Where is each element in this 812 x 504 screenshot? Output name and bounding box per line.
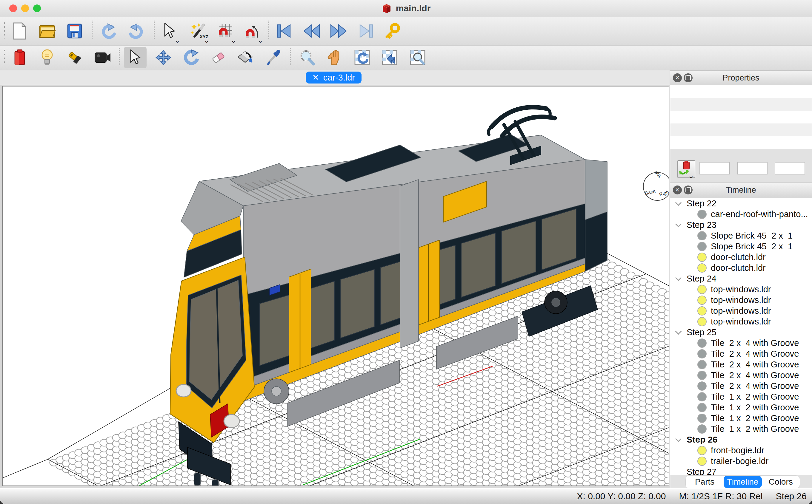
- timeline-part-label: Slope Brick 45 2 x 1: [711, 231, 793, 241]
- part-color-dot: [697, 371, 707, 380]
- timeline-part-row[interactable]: Slope Brick 45 2 x 1: [670, 230, 812, 241]
- timeline-step-label: Step 24: [687, 274, 717, 284]
- tool-zoom-button[interactable]: [296, 47, 319, 68]
- timeline-part-row[interactable]: Tile 2 x 4 with Groove: [670, 338, 812, 348]
- toolbar-drag-handle[interactable]: [4, 49, 5, 65]
- dropdown-chevron-icon: ⌄: [174, 37, 180, 43]
- chevron-down-icon[interactable]: [675, 199, 682, 205]
- part-color-dot: [697, 296, 707, 305]
- insert-spotlight-button[interactable]: [63, 47, 86, 68]
- timeline-part-label: top-windows.ldr: [711, 317, 771, 327]
- insert-piece-button[interactable]: [8, 47, 31, 68]
- dropdown-chevron-icon: ⌄: [688, 173, 694, 179]
- open-document-button[interactable]: [36, 19, 58, 43]
- timeline-step-row[interactable]: Step 23: [670, 219, 812, 230]
- snap-z-input[interactable]: [775, 162, 805, 174]
- toolbar-drag-handle[interactable]: [4, 21, 5, 38]
- timeline-part-row[interactable]: Tile 2 x 4 with Groove: [670, 381, 812, 391]
- next-step-button[interactable]: [327, 19, 350, 43]
- timeline-step-row[interactable]: Step 25: [670, 327, 812, 338]
- tool-zoom-region-button[interactable]: [406, 47, 429, 68]
- tool-paint-button[interactable]: [234, 47, 257, 68]
- save-document-button[interactable]: [63, 19, 86, 43]
- tool-pan-button[interactable]: [323, 47, 346, 68]
- chevron-down-icon[interactable]: [675, 328, 682, 334]
- undo-button[interactable]: [97, 19, 120, 43]
- part-color-dot: [697, 253, 707, 262]
- chevron-down-icon[interactable]: [675, 274, 682, 281]
- snap-y-input[interactable]: [737, 162, 768, 174]
- timeline-part-label: door-clutch.ldr: [711, 263, 766, 273]
- viewport-canvas[interactable]: Top Back Right: [3, 86, 669, 486]
- first-step-button[interactable]: [273, 19, 296, 43]
- timeline-part-row[interactable]: top-windows.ldr: [670, 305, 812, 316]
- new-document-icon: [12, 22, 27, 40]
- snap-x-input[interactable]: [700, 162, 730, 174]
- timeline-part-row[interactable]: door-clutch.ldr: [670, 252, 812, 262]
- timeline-part-row[interactable]: Slope Brick 45 2 x 1: [670, 241, 812, 252]
- chevron-down-icon[interactable]: [675, 221, 682, 227]
- timeline-step-row[interactable]: Step 26: [670, 434, 812, 445]
- transform-xyz-button[interactable]: XYZ ⌄: [187, 19, 210, 43]
- timeline-part-label: Tile 1 x 2 with Groove: [711, 403, 799, 412]
- snap-angle-button[interactable]: ⌄: [241, 19, 264, 43]
- timeline-part-row[interactable]: trailer-bogie.ldr: [670, 456, 812, 466]
- timeline-part-row[interactable]: top-windows.ldr: [670, 316, 812, 327]
- timeline-part-row[interactable]: Tile 2 x 4 with Groove: [670, 348, 812, 359]
- tab-colors[interactable]: Colors: [762, 476, 800, 488]
- timeline-part-row[interactable]: front-bogie.ldr: [670, 445, 812, 456]
- view-compass[interactable]: Top Back Right: [643, 170, 669, 200]
- tab-parts[interactable]: Parts: [686, 476, 724, 488]
- last-step-button[interactable]: [355, 19, 377, 43]
- viewport[interactable]: Top Back Right: [2, 86, 669, 486]
- save-document-icon: [67, 23, 83, 39]
- insert-light-button[interactable]: [36, 47, 58, 68]
- redo-button[interactable]: [125, 19, 147, 43]
- chevron-down-icon[interactable]: [675, 435, 682, 442]
- tab-car-3[interactable]: ✕ car-3.ldr: [306, 72, 362, 84]
- tool-color-picker-button[interactable]: [262, 47, 285, 68]
- timeline-step-row[interactable]: Step 22: [670, 198, 812, 209]
- properties-table[interactable]: [670, 85, 812, 149]
- new-document-button[interactable]: [8, 19, 31, 43]
- timeline-step-label: Step 23: [687, 220, 717, 230]
- timeline-step-row[interactable]: Step 24: [670, 273, 812, 284]
- timeline-list[interactable]: Step 22car-end-roof-with-panto...Step 23…: [670, 198, 812, 475]
- timeline-part-row[interactable]: door-clutch.ldr: [670, 262, 812, 273]
- window-title: main.ldr: [396, 3, 431, 13]
- timeline-part-row[interactable]: Tile 1 x 2 with Groove: [670, 391, 812, 402]
- tool-delete-button[interactable]: [207, 47, 230, 68]
- timeline-part-row[interactable]: Tile 1 x 2 with Groove: [670, 413, 812, 423]
- tool-rotate-view-button[interactable]: [351, 47, 373, 68]
- part-color-dot: [697, 242, 707, 251]
- time-key-icon: [384, 23, 401, 39]
- timeline-part-row[interactable]: Tile 1 x 2 with Groove: [670, 423, 812, 434]
- insert-camera-button[interactable]: [91, 47, 114, 68]
- time-key-button[interactable]: [381, 19, 404, 43]
- timeline-part-row[interactable]: Tile 1 x 2 with Groove: [670, 402, 812, 413]
- tool-move-button[interactable]: [152, 47, 174, 68]
- tool-zoom-region-icon: [409, 49, 426, 66]
- snap-move-button[interactable]: ⌄: [215, 19, 237, 43]
- part-color-dot: [697, 446, 707, 455]
- tool-roll-button[interactable]: [378, 47, 401, 68]
- timeline-part-row[interactable]: top-windows.ldr: [670, 295, 812, 305]
- timeline-part-row[interactable]: Tile 2 x 4 with Groove: [670, 359, 812, 370]
- timeline-part-row[interactable]: car-end-roof-with-panto...: [670, 209, 812, 219]
- tab-timeline[interactable]: Timeline: [724, 476, 762, 488]
- previous-step-button[interactable]: [300, 19, 323, 43]
- snap-menu-button[interactable]: ⌄: [677, 160, 695, 178]
- timeline-part-label: Tile 1 x 2 with Groove: [711, 392, 799, 402]
- properties-row: [670, 111, 812, 123]
- close-tab-icon[interactable]: ✕: [312, 73, 319, 82]
- tool-rotate-button[interactable]: [179, 47, 202, 68]
- timeline-part-label: top-windows.ldr: [711, 285, 771, 294]
- select-tool-menu-button[interactable]: ⌄: [158, 19, 181, 43]
- timeline-part-row[interactable]: top-windows.ldr: [670, 284, 812, 295]
- step-next-icon: [330, 24, 348, 38]
- timeline-part-row[interactable]: Tile 2 x 4 with Groove: [670, 370, 812, 381]
- timeline-part-label: trailer-bogie.ldr: [711, 456, 768, 466]
- tool-select-button[interactable]: [124, 47, 146, 68]
- tool-color-picker-icon: [266, 49, 281, 66]
- timeline-step-row[interactable]: Step 27: [670, 466, 812, 475]
